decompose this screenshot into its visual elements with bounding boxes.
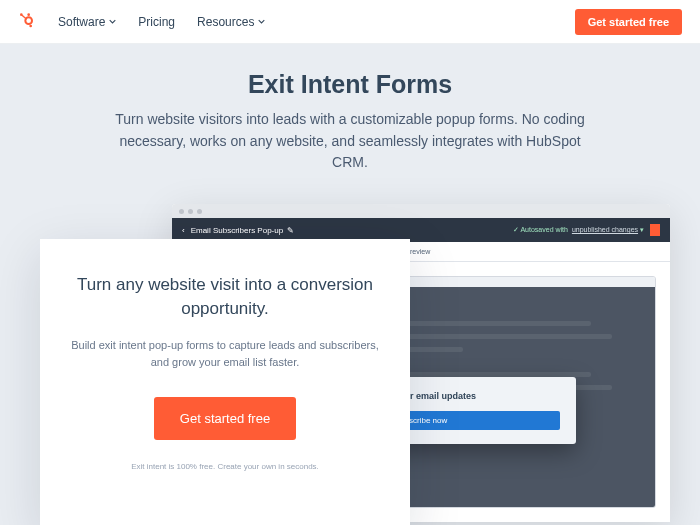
card-footnote: Exit intent is 100% free. Create your ow…	[70, 462, 380, 471]
card-body: Build exit intent pop-up forms to captur…	[70, 337, 380, 371]
promo-card: Turn any website visit into a conversion…	[40, 239, 410, 525]
svg-point-1	[27, 13, 30, 16]
card-heading: Turn any website visit into a conversion…	[70, 273, 380, 321]
hubspot-logo	[18, 12, 34, 32]
nav-pricing[interactable]: Pricing	[138, 15, 175, 29]
autosave-status: ✓ Autosaved with unpublished changes ▾	[513, 226, 644, 234]
page-title: Exit Intent Forms	[30, 70, 670, 99]
edit-icon: ✎	[287, 226, 294, 235]
svg-point-3	[29, 24, 32, 27]
get-started-button[interactable]: Get started free	[575, 9, 682, 35]
mockup-action-button	[650, 224, 660, 236]
nav-software[interactable]: Software	[58, 15, 116, 29]
chevron-down-icon	[258, 18, 265, 25]
page-subtitle: Turn website visitors into leads with a …	[100, 109, 600, 174]
nav-resources[interactable]: Resources	[197, 15, 265, 29]
card-cta-button[interactable]: Get started free	[154, 397, 296, 440]
chevron-down-icon	[109, 18, 116, 25]
mockup-window-chrome	[172, 204, 670, 218]
mockup-title: Email Subscribers Pop-up	[191, 226, 283, 235]
hero: Exit Intent Forms Turn website visitors …	[0, 44, 700, 525]
top-nav: Software Pricing Resources Get started f…	[0, 0, 700, 44]
back-icon: ‹	[182, 226, 185, 235]
